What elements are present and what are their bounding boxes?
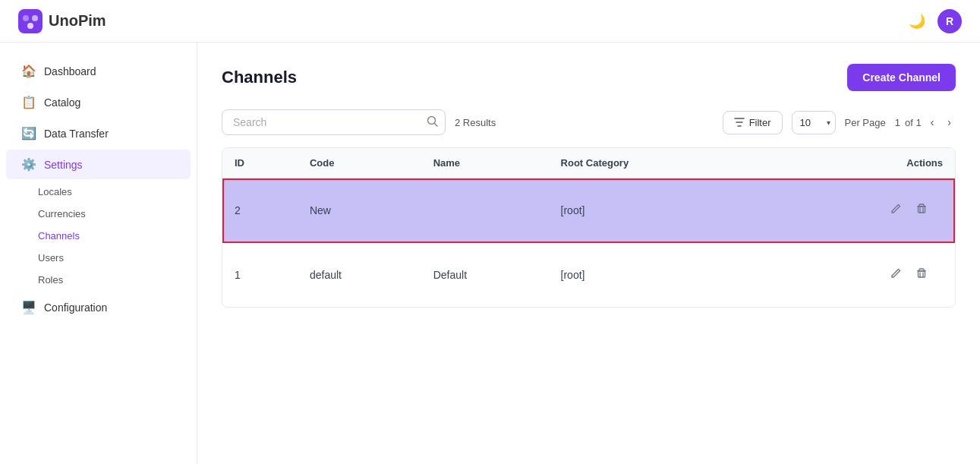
col-root-category: Root Category	[549, 148, 752, 178]
table-header-row: ID Code Name Root Category Actions	[222, 148, 955, 178]
table-row: 2 New [root]	[222, 178, 955, 243]
locales-label: Locales	[38, 186, 72, 197]
page-title: Channels	[222, 68, 297, 87]
page-current: 1	[895, 117, 900, 128]
svg-line-5	[435, 124, 438, 127]
sidebar-item-data-transfer-label: Data Transfer	[44, 128, 109, 140]
per-page-select-wrapper: 10 25 50 100	[792, 111, 836, 134]
logo: UnoPim	[18, 9, 106, 33]
row-root-category: [root]	[549, 243, 752, 308]
sidebar-item-catalog-label: Catalog	[44, 96, 80, 109]
filter-icon	[734, 117, 745, 128]
logo-icon	[18, 9, 43, 33]
svg-rect-0	[18, 9, 43, 33]
edit-icon	[890, 267, 902, 279]
row-root-category: [root]	[549, 178, 752, 243]
results-count: 2 Results	[455, 117, 496, 128]
edit-icon	[890, 203, 902, 215]
row-actions	[752, 243, 955, 308]
avatar[interactable]: R	[937, 9, 962, 33]
row-actions	[752, 178, 955, 243]
filter-label: Filter	[749, 117, 771, 128]
sidebar-item-channels[interactable]: Channels	[0, 225, 197, 247]
sidebar-item-dashboard[interactable]: 🏠 Dashboard	[6, 56, 191, 86]
sidebar-item-currencies[interactable]: Currencies	[0, 203, 197, 225]
search-icon	[427, 115, 438, 129]
header-right: 🌙 R	[909, 9, 962, 33]
sidebar-item-users[interactable]: Users	[0, 247, 197, 269]
roles-label: Roles	[38, 274, 63, 286]
search-wrapper	[222, 109, 446, 135]
page-header: Channels Create Channel	[222, 64, 956, 91]
delete-button-row2[interactable]	[912, 264, 931, 286]
col-id: ID	[222, 148, 298, 178]
pagination-info: 1 of 1 ‹ ›	[895, 115, 956, 130]
catalog-icon: 📋	[21, 95, 36, 109]
per-page-label: Per Page	[845, 117, 886, 128]
delete-icon	[915, 203, 928, 215]
table-row: 1 default Default [root]	[222, 243, 955, 308]
users-label: Users	[38, 252, 64, 264]
next-page-button[interactable]: ›	[943, 115, 956, 130]
sidebar-item-locales[interactable]: Locales	[0, 181, 197, 203]
currencies-label: Currencies	[38, 208, 86, 219]
sidebar-item-data-transfer[interactable]: 🔄 Data Transfer	[6, 118, 191, 148]
col-code: Code	[298, 148, 421, 178]
sidebar: 🏠 Dashboard 📋 Catalog 🔄 Data Transfer ⚙️…	[0, 43, 197, 464]
filter-button[interactable]: Filter	[723, 111, 783, 134]
svg-rect-9	[919, 271, 925, 277]
header: UnoPim 🌙 R	[0, 0, 980, 43]
sidebar-item-roles[interactable]: Roles	[0, 269, 197, 291]
svg-rect-7	[919, 207, 925, 213]
channels-table: ID Code Name Root Category Actions 2 New…	[222, 148, 955, 307]
dark-mode-icon[interactable]: 🌙	[909, 13, 925, 30]
sidebar-settings-sub: Locales Currencies Channels Users Roles	[0, 181, 197, 291]
channels-label: Channels	[38, 230, 80, 241]
app-name: UnoPim	[49, 12, 106, 30]
settings-icon: ⚙️	[21, 157, 36, 172]
row-code: New	[298, 178, 421, 243]
content-area: Channels Create Channel 2 Results	[197, 43, 980, 464]
col-actions: Actions	[752, 148, 955, 178]
page-of: of 1	[905, 117, 922, 128]
edit-button-row1[interactable]	[887, 200, 905, 221]
row-id: 1	[222, 243, 298, 308]
delete-button-row1[interactable]	[912, 200, 931, 221]
row-id: 2	[222, 178, 298, 243]
sidebar-item-configuration[interactable]: 🖥️ Configuration	[6, 292, 191, 322]
edit-button-row2[interactable]	[887, 264, 905, 286]
create-channel-button[interactable]: Create Channel	[847, 64, 956, 91]
data-transfer-icon: 🔄	[21, 126, 36, 140]
svg-point-2	[32, 15, 38, 21]
per-page-select[interactable]: 10 25 50 100	[792, 111, 836, 134]
sidebar-item-catalog[interactable]: 📋 Catalog	[6, 87, 191, 117]
dashboard-icon: 🏠	[21, 64, 36, 78]
sidebar-item-settings-label: Settings	[44, 159, 83, 171]
row-name: Default	[421, 243, 549, 308]
row-code: default	[298, 243, 421, 308]
channels-table-container: ID Code Name Root Category Actions 2 New…	[222, 147, 956, 308]
main-layout: 🏠 Dashboard 📋 Catalog 🔄 Data Transfer ⚙️…	[0, 43, 980, 464]
prev-page-button[interactable]: ‹	[926, 115, 939, 130]
search-input[interactable]	[222, 109, 446, 135]
toolbar: 2 Results Filter 10 25 50 100 Per Page 1	[222, 109, 956, 135]
sidebar-item-dashboard-label: Dashboard	[44, 65, 96, 77]
row-name	[421, 178, 549, 243]
configuration-icon: 🖥️	[21, 300, 36, 314]
delete-icon	[915, 267, 928, 279]
sidebar-item-configuration-label: Configuration	[44, 301, 107, 314]
sidebar-item-settings[interactable]: ⚙️ Settings	[6, 150, 191, 179]
col-name: Name	[421, 148, 549, 178]
svg-point-3	[27, 23, 33, 29]
svg-point-1	[23, 15, 29, 21]
